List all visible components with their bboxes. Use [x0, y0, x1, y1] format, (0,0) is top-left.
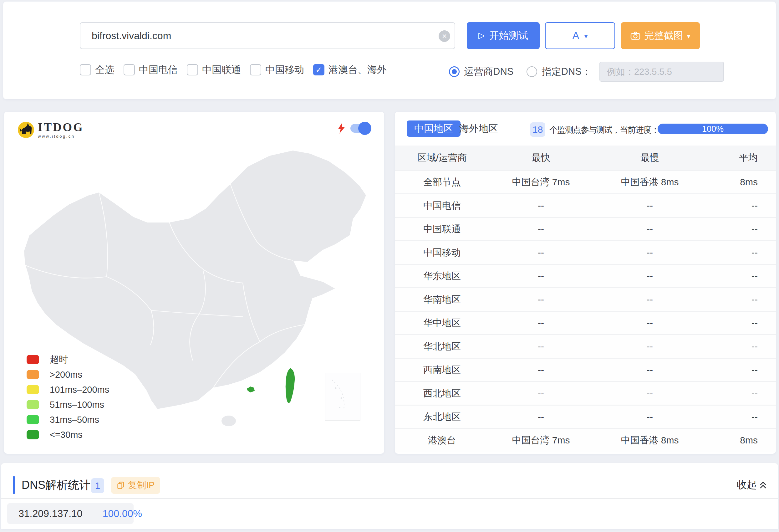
- progress-bar: 100%: [658, 124, 768, 134]
- legend-item-51-100: 51ms–100ms: [26, 397, 109, 412]
- results-card: 中国地区 海外地区 18 个监测点参与测试，当前进度： 100% 区域/运营商 …: [395, 112, 776, 454]
- legend-item-101-200: 101ms–200ms: [26, 382, 109, 397]
- dns-stats-title: DNS解析统计: [21, 478, 91, 493]
- section-accent-bar: [13, 476, 15, 494]
- radio-custom-dns[interactable]: 指定DNS：: [527, 65, 591, 78]
- checkbox-box: [250, 64, 261, 75]
- host-input[interactable]: [80, 22, 455, 49]
- isp-filter-row: 全选 中国电信 中国联通 中国移动 ✓ 港澳台、海外: [80, 63, 387, 77]
- dns-option-row: 运营商DNS 指定DNS：: [449, 62, 724, 82]
- chevron-down-icon: ▾: [584, 32, 588, 40]
- dns-count-badge: 1: [91, 478, 104, 493]
- col-header-region: 区域/运营商: [395, 152, 489, 164]
- realtime-toggle-group: [338, 123, 370, 134]
- monitor-count-badge: 18: [530, 122, 545, 137]
- checkbox-china-telecom[interactable]: 中国电信: [124, 63, 178, 76]
- legend-swatch: [26, 415, 39, 424]
- table-row[interactable]: 西南地区 -- -- --: [395, 358, 776, 381]
- checkbox-box: [187, 64, 198, 75]
- test-config-card: × ▷ 开始测试 A ▾ 完整截图 ▾ 全选 中国电信: [3, 2, 776, 99]
- results-table: 区域/运营商 最快 最慢 平均 全部节点 中国台湾 7ms 中国香港 8ms 8…: [395, 145, 776, 454]
- start-test-button[interactable]: ▷ 开始测试: [467, 22, 540, 49]
- collapse-label: 收起: [737, 478, 757, 492]
- progress-text: 个监测点参与测试，当前进度：: [549, 124, 659, 135]
- col-header-average: 平均: [707, 152, 776, 164]
- camera-icon: [631, 31, 641, 40]
- play-icon: ▷: [478, 31, 485, 40]
- radio-circle: [527, 66, 537, 77]
- checkbox-label: 中国移动: [265, 63, 304, 76]
- checkbox-box: [80, 64, 91, 75]
- table-row[interactable]: 港澳台 中国台湾 7ms 中国香港 8ms 8ms: [395, 428, 776, 452]
- table-header-row: 区域/运营商 最快 最慢 平均: [395, 145, 776, 170]
- radio-label: 运营商DNS: [464, 65, 514, 78]
- table-row[interactable]: 中国电信 -- -- --: [395, 193, 776, 217]
- toggle-knob: [358, 122, 371, 135]
- copy-ip-label: 复制IP: [128, 479, 155, 492]
- checkbox-box-checked: ✓: [313, 64, 324, 75]
- map-region-hongkong: [247, 387, 255, 393]
- checkbox-select-all[interactable]: 全选: [80, 63, 115, 76]
- legend-item-timeout: 超时: [26, 352, 109, 367]
- copy-ip-button[interactable]: 复制IP: [111, 477, 160, 494]
- custom-dns-input[interactable]: [599, 62, 724, 82]
- table-row[interactable]: 华东地区 -- -- --: [395, 264, 776, 287]
- logo-subtitle: www.itdog.cn: [38, 134, 84, 139]
- double-chevron-up-icon: [759, 481, 767, 489]
- table-row[interactable]: 中国联通 -- -- --: [395, 217, 776, 240]
- map-region-taiwan: [286, 368, 295, 403]
- realtime-toggle[interactable]: [350, 124, 370, 133]
- table-row[interactable]: 全部节点 中国台湾 7ms 中国香港 8ms 8ms: [395, 170, 776, 193]
- legend-swatch: [26, 430, 39, 439]
- full-screenshot-label: 完整截图: [644, 29, 683, 42]
- checkbox-label: 中国联通: [202, 63, 241, 76]
- legend-swatch: [26, 370, 39, 379]
- dns-ip-entry[interactable]: 31.209.137.10 100.00%: [7, 503, 134, 524]
- radio-circle: [449, 66, 460, 77]
- map-card: ITDOG www.itdog.cn: [4, 112, 384, 454]
- checkbox-label: 港澳台、海外: [328, 63, 387, 76]
- itdog-dog-icon: [17, 121, 35, 139]
- record-type-value: A: [572, 30, 579, 42]
- table-row[interactable]: 华中地区 -- -- --: [395, 311, 776, 334]
- copy-icon: [117, 481, 125, 489]
- table-row[interactable]: 东北地区 -- -- --: [395, 405, 776, 428]
- tab-overseas-region[interactable]: 海外地区: [452, 120, 505, 137]
- clear-input-icon[interactable]: ×: [439, 31, 450, 42]
- legend-item-le30: <=30ms: [26, 427, 109, 442]
- page: × ▷ 开始测试 A ▾ 完整截图 ▾ 全选 中国电信: [0, 0, 779, 532]
- legend-item-gt200: >200ms: [26, 367, 109, 382]
- col-header-fastest: 最快: [489, 152, 593, 164]
- checkbox-hmt-overseas[interactable]: ✓ 港澳台、海外: [313, 63, 387, 76]
- checkbox-label: 中国电信: [139, 63, 178, 76]
- radio-isp-dns[interactable]: 运营商DNS: [449, 65, 514, 78]
- collapse-button[interactable]: 收起: [737, 478, 767, 492]
- col-header-slowest: 最慢: [593, 152, 707, 164]
- legend-swatch: [26, 355, 39, 364]
- legend-item-31-50: 31ms–50ms: [26, 412, 109, 427]
- checkbox-china-unicom[interactable]: 中国联通: [187, 63, 241, 76]
- legend-swatch: [26, 385, 39, 394]
- legend-swatch: [26, 400, 39, 409]
- itdog-logo: ITDOG www.itdog.cn: [17, 121, 84, 139]
- table-row[interactable]: 中国移动 -- -- --: [395, 240, 776, 264]
- full-screenshot-button[interactable]: 完整截图 ▾: [621, 22, 700, 49]
- checkbox-china-mobile[interactable]: 中国移动: [250, 63, 304, 76]
- chevron-down-icon: ▾: [687, 32, 690, 40]
- ip-address: 31.209.137.10: [18, 508, 82, 520]
- dns-stats-card: DNS解析统计 1 复制IP 收起 31.209.137.10 100.00%: [1, 463, 778, 529]
- radio-label: 指定DNS：: [542, 65, 591, 78]
- record-type-dropdown[interactable]: A ▾: [545, 22, 615, 49]
- lightning-icon: [338, 123, 345, 134]
- divider: [1, 498, 778, 499]
- table-row[interactable]: 华北地区 -- -- --: [395, 334, 776, 358]
- checkbox-box: [124, 64, 135, 75]
- table-row[interactable]: 华南地区 -- -- --: [395, 287, 776, 311]
- start-test-label: 开始测试: [489, 29, 528, 42]
- logo-title: ITDOG: [38, 121, 84, 133]
- south-china-sea-inset: [325, 373, 360, 421]
- checkbox-label: 全选: [95, 63, 115, 76]
- latency-legend: 超时 >200ms 101ms–200ms 51ms–100ms 31ms–50…: [26, 352, 109, 442]
- table-row[interactable]: 西北地区 -- -- --: [395, 381, 776, 405]
- ip-percentage[interactable]: 100.00%: [103, 508, 142, 520]
